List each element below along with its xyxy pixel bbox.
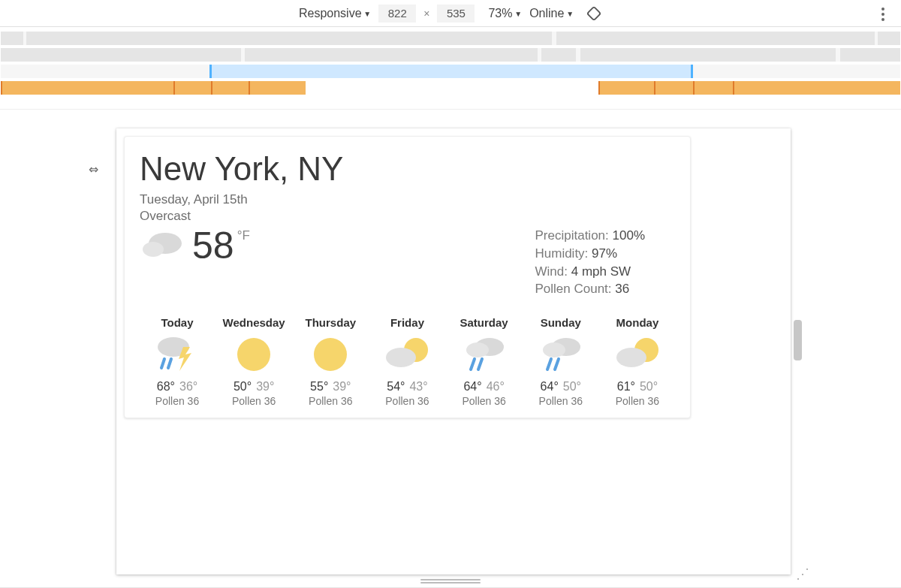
forecast-icon	[523, 333, 598, 375]
temp-high: 54°	[387, 380, 405, 393]
pollen-label: Pollen Count:	[535, 282, 612, 296]
precip-label: Precipitation:	[535, 228, 609, 243]
wind-label: Wind:	[535, 264, 568, 279]
day-name: Monday	[600, 316, 675, 329]
throttle-select[interactable]: Online	[529, 7, 574, 20]
svg-line-6	[168, 359, 171, 368]
device-canvas: ⇔ New York, NY Tuesday, April 15th Overc…	[0, 110, 901, 588]
resize-handle-left-icon[interactable]: ⇔	[89, 162, 98, 176]
forecast-day: Monday61°50°Pollen 36	[600, 316, 675, 407]
forecast-day: Thursday55°39°Pollen 36	[293, 316, 368, 407]
temp-low: 43°	[409, 380, 427, 393]
media-query-ruler	[0, 27, 901, 110]
svg-point-7	[237, 338, 270, 371]
svg-point-12	[466, 342, 489, 357]
forecast-icon	[447, 333, 522, 375]
temp-low: 50°	[563, 380, 581, 393]
ruler-strip-second	[1, 48, 900, 62]
day-name: Wednesday	[216, 316, 291, 329]
pollen-line: Pollen 36	[140, 395, 215, 407]
location-title: New York, NY	[140, 150, 675, 188]
pollen-line: Pollen 36	[369, 395, 444, 407]
humidity-value: 97%	[592, 246, 617, 261]
viewport-range-band[interactable]	[1, 65, 900, 78]
svg-line-17	[547, 359, 551, 369]
svg-point-2	[143, 242, 164, 257]
vertical-scrollbar[interactable]	[794, 320, 800, 360]
forecast-icon	[293, 333, 368, 375]
breakpoint-band[interactable]	[1, 81, 900, 95]
resize-handle-bottom-icon[interactable]	[420, 579, 481, 583]
day-name: Today	[140, 316, 215, 329]
temp-low: 39°	[333, 380, 351, 393]
precip-value: 100%	[613, 228, 645, 243]
current-condition-icon	[140, 227, 192, 263]
forecast-icon	[369, 333, 444, 375]
day-name: Friday	[369, 316, 444, 329]
svg-point-16	[543, 342, 565, 357]
forecast-icon	[216, 333, 291, 375]
forecast-day: Saturday64°46°Pollen 36	[447, 316, 522, 407]
forecast-icon	[600, 333, 675, 375]
zoom-select[interactable]: 73%	[488, 7, 522, 20]
svg-rect-0	[587, 6, 601, 20]
wind-value: 4 mph SW	[571, 264, 631, 279]
temp-high: 61°	[617, 380, 635, 393]
svg-point-10	[386, 348, 416, 367]
condition-line: Overcast	[140, 209, 675, 224]
dimension-separator: ×	[423, 8, 429, 20]
svg-point-8	[314, 338, 347, 371]
device-frame: New York, NY Tuesday, April 15th Overcas…	[116, 128, 791, 574]
day-name: Thursday	[293, 316, 368, 329]
temp-low: 46°	[487, 380, 505, 393]
more-options-icon[interactable]	[878, 5, 887, 24]
svg-point-20	[616, 348, 646, 367]
svg-line-13	[471, 359, 475, 369]
pollen-line: Pollen 36	[216, 395, 291, 407]
forecast-day: Friday54°43°Pollen 36	[369, 316, 444, 407]
temp-low: 50°	[640, 380, 658, 393]
temp-high: 64°	[463, 380, 481, 393]
forecast-icon	[140, 333, 215, 375]
rotate-device-icon[interactable]	[586, 5, 602, 22]
ruler-strip-top	[1, 32, 900, 45]
svg-line-14	[478, 359, 482, 369]
temp-high: 64°	[541, 380, 559, 393]
weather-card: New York, NY Tuesday, April 15th Overcas…	[124, 136, 691, 418]
temp-high: 55°	[310, 380, 328, 393]
humidity-label: Humidity:	[535, 246, 589, 261]
current-temp: 58	[192, 225, 234, 267]
forecast-row: Today68°36°Pollen 36Wednesday50°39°Polle…	[140, 316, 675, 407]
temp-unit: °F	[237, 228, 250, 243]
temp-low: 39°	[256, 380, 274, 393]
resize-handle-corner-icon[interactable]: ⋰	[796, 565, 809, 582]
temp-low: 36°	[179, 380, 197, 393]
svg-line-5	[161, 359, 164, 368]
day-name: Saturday	[447, 316, 522, 329]
viewport-height-input[interactable]	[437, 5, 475, 23]
temp-high: 68°	[157, 380, 175, 393]
date-line: Tuesday, April 15th	[140, 192, 675, 207]
forecast-day: Today68°36°Pollen 36	[140, 316, 215, 407]
current-stats: Precipitation: 100% Humidity: 97% Wind: …	[535, 227, 646, 298]
forecast-day: Wednesday50°39°Pollen 36	[216, 316, 291, 407]
day-name: Sunday	[523, 316, 598, 329]
pollen-line: Pollen 36	[447, 395, 522, 407]
temp-high: 50°	[234, 380, 252, 393]
device-toolbar: Responsive × 73% Online	[0, 0, 901, 27]
pollen-line: Pollen 36	[293, 395, 368, 407]
pollen-line: Pollen 36	[523, 395, 598, 407]
viewport-width-input[interactable]	[378, 5, 416, 23]
pollen-line: Pollen 36	[600, 395, 675, 407]
svg-line-18	[555, 359, 559, 369]
forecast-day: Sunday64°50°Pollen 36	[523, 316, 598, 407]
device-mode-select[interactable]: Responsive	[299, 7, 371, 20]
pollen-value: 36	[615, 282, 629, 296]
